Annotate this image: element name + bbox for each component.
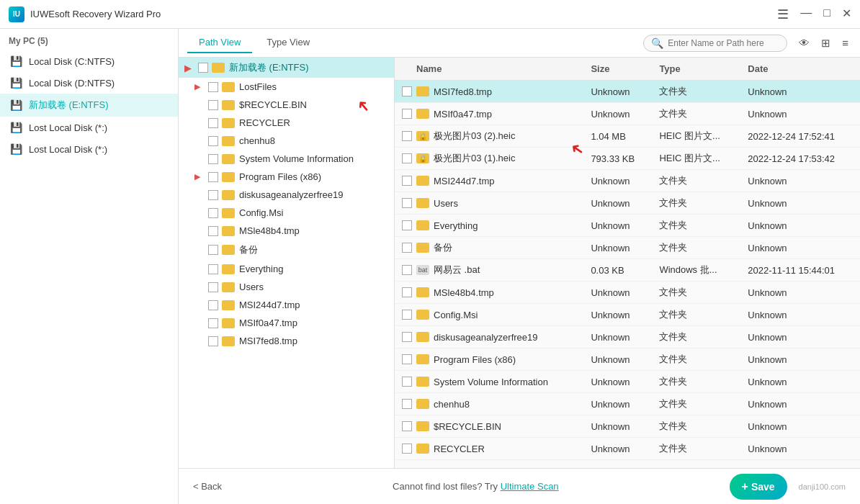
tree-item[interactable]: MSle48b4.tmp [179,222,394,240]
tree-item[interactable]: MSI7fed8.tmp [179,332,394,350]
tree-item[interactable]: Users [179,278,394,296]
cell-date: Unknown [740,326,860,348]
sidebar-item-lost-disk-2[interactable]: 💾 Lost Local Disk (*:) [0,138,178,160]
preview-icon[interactable]: 👁 [796,34,812,53]
item-check[interactable] [208,190,218,200]
cell-type: 文件夹 [652,215,740,237]
tree-item[interactable]: ▶ LostFiles [179,78,394,96]
item-check[interactable] [208,100,218,110]
table-row[interactable]: RECYCLER Unknown文件夹Unknown [395,438,860,460]
table-row[interactable]: chenhu8 Unknown文件夹Unknown [395,393,860,415]
search-input[interactable] [668,38,779,48]
row-check[interactable] [402,109,412,119]
row-check[interactable] [402,243,412,253]
cell-size: Unknown [583,81,652,103]
tree-item[interactable]: Config.Msi [179,204,394,222]
item-check[interactable] [208,154,218,164]
save-button[interactable]: +Save [730,474,787,500]
row-check[interactable] [402,153,412,163]
tree-item[interactable]: MSIf0a47.tmp [179,314,394,332]
sidebar-item-local-d[interactable]: 💾 Local Disk (D:NTFS) [0,72,178,94]
item-label: diskusageanalyzerfree19 [239,189,344,200]
cell-type: 文件夹 [652,103,740,125]
table-row[interactable]: System Volume Information Unknown文件夹Unkn… [395,371,860,393]
sidebar-item-lost-disk-1[interactable]: 💾 Lost Local Disk (*:) [0,117,178,138]
close-button[interactable]: ✕ [842,6,851,22]
cell-date: Unknown [740,81,860,103]
item-check[interactable] [208,208,218,218]
row-check[interactable] [402,310,412,320]
table-row[interactable]: $RECYCLE.BIN Unknown文件夹Unknown [395,415,860,438]
tree-item[interactable]: 备份 [179,240,394,260]
file-row-name: RECYCLER [402,444,576,454]
row-check[interactable] [402,131,412,141]
item-check[interactable] [208,226,218,236]
tab-type-view[interactable]: Type View [255,32,321,53]
table-row[interactable]: Program Files (x86) Unknown文件夹Unknown [395,348,860,371]
item-label: Users [239,282,264,292]
root-check[interactable] [198,63,208,73]
item-check[interactable] [208,282,218,292]
row-check[interactable] [402,332,412,342]
ultimate-scan-link[interactable]: Ultimate Scan [501,481,559,492]
table-row[interactable]: Everything Unknown文件夹Unknown [395,215,860,237]
row-check[interactable] [402,377,412,387]
tree-item[interactable]: $RECYCLE.BIN [179,96,394,114]
item-check[interactable] [208,318,218,328]
back-button[interactable]: < Back [193,481,222,492]
cell-size: Unknown [583,371,652,393]
table-row[interactable]: 备份 Unknown文件夹Unknown [395,237,860,259]
item-check[interactable] [208,336,218,346]
list-icon[interactable]: ≡ [839,34,851,53]
grid-icon[interactable]: ⊞ [818,34,833,53]
table-row[interactable]: Config.Msi Unknown文件夹Unknown [395,304,860,326]
maximize-button[interactable]: □ [823,6,830,22]
row-check[interactable] [402,287,412,297]
cell-size: Unknown [583,282,652,304]
row-check[interactable] [402,354,412,364]
row-check[interactable] [402,176,412,186]
file-row-name: chenhu8 [402,399,576,410]
tree-item[interactable]: chenhu8 [179,132,394,150]
tab-path-view[interactable]: Path View [187,32,252,53]
tree-item[interactable]: diskusageanalyzerfree19 [179,186,394,204]
folder-icon-sm [416,332,429,342]
item-check[interactable] [208,264,218,274]
sidebar-item-local-c[interactable]: 💾 Local Disk (C:NTFS) [0,50,178,72]
table-row[interactable]: 🔒 极光图片03 (1).heic 793.33 KBHEIC 图片文...20… [395,148,860,170]
tree-item[interactable]: Everything [179,260,394,278]
table-row[interactable]: bat 网易云 .bat 0.03 KBWindows 批...2022-11-… [395,259,860,282]
table-row[interactable]: MSI244d7.tmp Unknown文件夹Unknown [395,170,860,192]
minimize-button[interactable]: — [800,6,812,22]
row-check[interactable] [402,399,412,409]
item-check[interactable] [208,245,218,255]
item-check[interactable] [208,118,218,128]
sidebar-item-label: 新加载卷 (E:NTFS) [29,99,109,112]
row-check[interactable] [402,86,412,96]
table-row[interactable]: diskusageanalyzerfree19 Unknown文件夹Unknow… [395,326,860,348]
tree-item[interactable]: MSI244d7.tmp [179,296,394,314]
cell-date: Unknown [740,371,860,393]
cell-type: Windows 批... [652,259,740,282]
table-row[interactable]: MSIf0a47.tmp Unknown文件夹Unknown [395,103,860,125]
row-check[interactable] [402,220,412,230]
sidebar-item-new-volume-e[interactable]: 💾 新加载卷 (E:NTFS) [0,94,178,117]
item-check[interactable] [208,172,218,182]
tree-root[interactable]: ▶ 新加载卷 (E:NTFS) [179,58,394,78]
tree-item[interactable]: System Volume Information [179,150,394,168]
tree-item[interactable]: RECYCLER [179,114,394,132]
row-check[interactable] [402,198,412,208]
row-check[interactable] [402,444,412,454]
file-name: MSIf0a47.tmp [434,109,492,120]
tree-item[interactable]: ▶ Program Files (x86) [179,168,394,186]
table-row[interactable]: MSI7fed8.tmp Unknown文件夹Unknown [395,81,860,103]
table-row[interactable]: MSle48b4.tmp Unknown文件夹Unknown [395,282,860,304]
item-check[interactable] [208,82,218,92]
menu-icon[interactable]: ☰ [777,6,789,22]
item-check[interactable] [208,136,218,146]
row-check[interactable] [402,421,412,431]
table-row[interactable]: Users Unknown文件夹Unknown [395,192,860,215]
row-check[interactable] [402,265,412,275]
table-row[interactable]: 🔒 极光图片03 (2).heic 1.04 MBHEIC 图片文...2022… [395,125,860,148]
item-check[interactable] [208,300,218,310]
